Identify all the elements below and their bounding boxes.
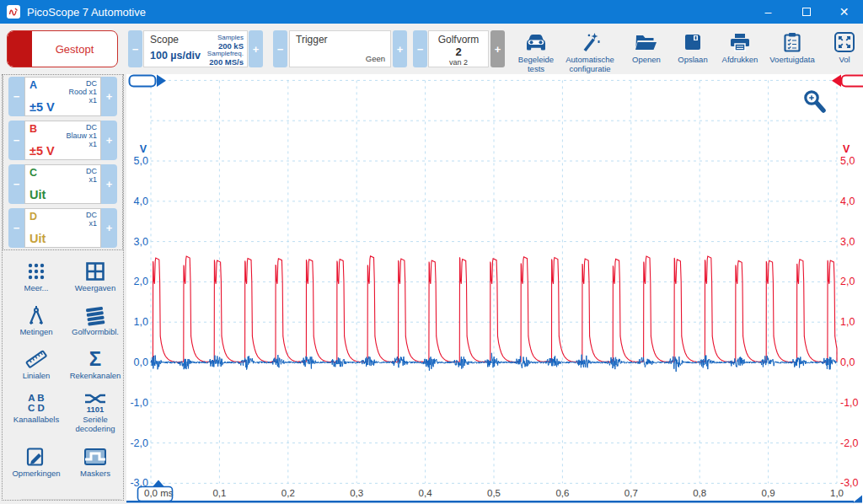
guided-tests-button[interactable]: Begeleide tests	[511, 30, 561, 73]
channel-B-panel: − B ±5 V DCBlauw x1x1 +	[8, 121, 117, 160]
channel-A-decrease-button[interactable]: −	[8, 77, 24, 116]
svg-text:1,0: 1,0	[134, 316, 148, 328]
svg-text:0,8: 0,8	[693, 488, 706, 498]
channel-D-card[interactable]: D Uit DCx1	[24, 208, 101, 248]
trigger-decrease-button[interactable]: −	[273, 30, 287, 67]
tool-math-channels[interactable]: Σ Rekenkanalen	[66, 347, 125, 381]
trigger-marker-left[interactable]	[130, 75, 167, 87]
svg-text:4,0: 4,0	[840, 196, 855, 207]
svg-text:0,0: 0,0	[840, 357, 855, 368]
printer-icon	[716, 30, 764, 54]
channel-C-decrease-button[interactable]: −	[8, 164, 24, 204]
stop-button[interactable]: Gestopt	[7, 30, 118, 67]
scope-graph[interactable]: 5,04,03,02,01,00,0-1,0-2,0-3,0V5,04,03,0…	[126, 74, 863, 504]
svg-text:1101: 1101	[87, 405, 105, 414]
caliper-icon	[7, 303, 66, 327]
save-button[interactable]: Opslaan	[670, 30, 716, 65]
svg-text:0,9: 0,9	[762, 488, 775, 498]
channel-B-decrease-button[interactable]: −	[8, 121, 24, 160]
channel-C-card[interactable]: C Uit DCx1	[24, 164, 101, 204]
stop-indicator	[8, 31, 32, 67]
channel-A-panel: − A ±5 V DCRood x1x1 +	[8, 77, 117, 116]
vehicle-data-button[interactable]: Voertuigdata	[765, 30, 819, 65]
channel-A-card[interactable]: A ±5 V DCRood x1x1	[24, 77, 101, 116]
maximize-button[interactable]	[787, 0, 825, 24]
waveform-next-button[interactable]: +	[490, 30, 505, 67]
svg-text:V: V	[843, 143, 850, 155]
tool-more[interactable]: Meer...	[7, 260, 66, 293]
tool-masks[interactable]: Maskers	[66, 445, 125, 479]
svg-text:0,0 ms: 0,0 ms	[144, 488, 174, 498]
channel-labels-icon: A BC D	[7, 391, 66, 415]
channels-group: − A ±5 V DCRood x1x1 + − B ±5 V DCBlauw …	[3, 74, 123, 250]
sidebar-divider	[21, 499, 121, 500]
svg-text:0,6: 0,6	[555, 488, 569, 498]
svg-text:3,0: 3,0	[134, 236, 148, 248]
fullscreen-button[interactable]: Vol	[824, 30, 863, 65]
waveform-prev-button[interactable]: −	[413, 30, 427, 67]
trigger-increase-button[interactable]: +	[393, 30, 407, 67]
maximize-icon	[802, 8, 811, 16]
svg-text:-2,0: -2,0	[840, 437, 859, 449]
svg-text:-1,0: -1,0	[130, 397, 148, 409]
channel-D-panel: − D Uit DCx1 +	[8, 208, 117, 248]
tool-measurements[interactable]: Metingen	[7, 303, 66, 337]
tool-views[interactable]: Weergaven	[66, 260, 125, 293]
scope-decrease-button[interactable]: −	[128, 30, 142, 67]
minimize-button[interactable]: –	[749, 0, 787, 24]
save-icon	[670, 30, 716, 54]
ruler-icon	[7, 347, 66, 371]
svg-text:A B: A B	[28, 393, 44, 403]
svg-text:5,0: 5,0	[840, 155, 855, 167]
tool-rulers[interactable]: Linialen	[7, 347, 66, 381]
tool-channel-labels[interactable]: A BC D Kanaallabels	[7, 391, 66, 425]
tool-comments[interactable]: Opmerkingen	[7, 445, 66, 479]
svg-text:5,0: 5,0	[134, 155, 148, 167]
channel-D-increase-button[interactable]: +	[101, 208, 117, 248]
magic-wand-icon	[565, 30, 615, 54]
close-button[interactable]: ✕	[825, 0, 863, 24]
open-button[interactable]: Openen	[623, 30, 670, 65]
svg-text:1,0: 1,0	[840, 316, 855, 328]
app-logo-icon	[7, 5, 20, 19]
notes-icon	[7, 445, 66, 469]
svg-text:0,2: 0,2	[281, 488, 295, 498]
scope-increase-button[interactable]: +	[249, 30, 263, 67]
more-icon	[7, 260, 66, 283]
svg-text:4,0: 4,0	[134, 196, 148, 207]
car-icon	[511, 30, 561, 54]
channel-C-increase-button[interactable]: +	[101, 164, 117, 204]
svg-text:C D: C D	[28, 403, 45, 413]
trigger-marker-right[interactable]	[832, 75, 863, 87]
auto-setup-button[interactable]: Automatische configuratie	[565, 30, 615, 73]
svg-text:0,5: 0,5	[487, 488, 501, 498]
trigger-panel[interactable]: Trigger Geen	[289, 30, 391, 67]
svg-text:2,0: 2,0	[840, 276, 855, 287]
svg-text:-1,0: -1,0	[840, 397, 859, 409]
zoom-overview-icon[interactable]	[806, 92, 823, 110]
scope-panel[interactable]: Scope 100 µs/div Samples 200 kS Samplefr…	[143, 30, 248, 67]
svg-text:V: V	[140, 143, 147, 155]
svg-text:0,3: 0,3	[350, 488, 363, 498]
channel-A-increase-button[interactable]: +	[101, 77, 117, 116]
library-stack-icon	[66, 303, 125, 327]
svg-text:0,1: 0,1	[212, 488, 226, 498]
svg-text:0,7: 0,7	[624, 488, 638, 498]
tool-waveform-library[interactable]: Golfvormbibl.	[66, 303, 125, 337]
waveform-panel[interactable]: Golfvorm 2 van 2	[428, 30, 489, 67]
sidebar: − A ±5 V DCRood x1x1 + − B ±5 V DCBlauw …	[0, 74, 126, 504]
waveform-plot: 5,04,03,02,01,00,0-1,0-2,0-3,0V5,04,03,0…	[130, 80, 858, 498]
serial-decoding-icon: 1101	[66, 391, 125, 415]
channel-B-card[interactable]: B ±5 V DCBlauw x1x1	[24, 121, 101, 160]
clipboard-icon	[765, 30, 819, 54]
fullscreen-icon	[824, 30, 863, 54]
tool-serial-decoding[interactable]: 1101 Seriële decodering	[66, 391, 125, 433]
channel-D-decrease-button[interactable]: −	[8, 208, 24, 248]
channel-C-panel: − C Uit DCx1 +	[8, 164, 117, 204]
svg-text:0,4: 0,4	[419, 488, 433, 498]
open-folder-icon	[623, 30, 670, 54]
channel-B-increase-button[interactable]: +	[101, 121, 117, 160]
print-button[interactable]: Afdrukken	[716, 30, 764, 65]
scope-display: 5,04,03,02,01,00,0-1,0-2,0-3,0V5,04,03,0…	[126, 74, 863, 504]
svg-text:1,0: 1,0	[830, 488, 844, 498]
